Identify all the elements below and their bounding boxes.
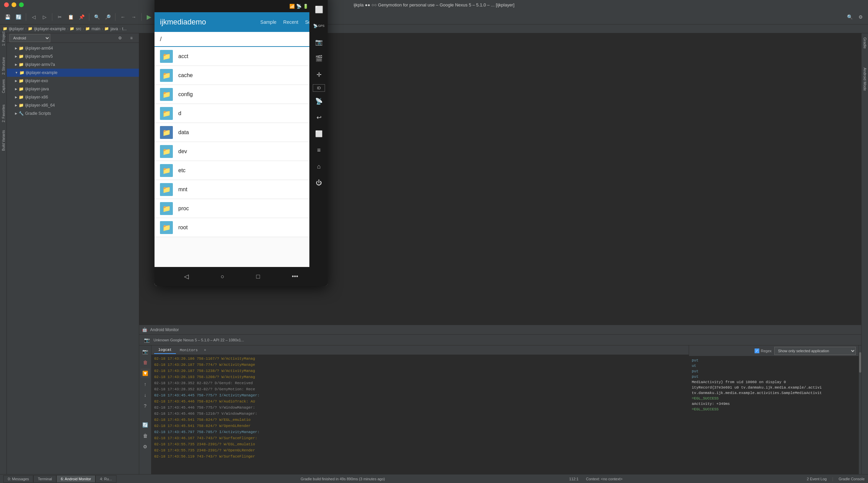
power-icon: ⬜ <box>312 3 326 16</box>
find-replace-button[interactable]: 🔎 <box>103 12 112 22</box>
breadcrumb-item-t[interactable]: t... <box>122 26 126 31</box>
search-button[interactable]: 🔍 <box>92 12 102 22</box>
file-item-dev[interactable]: 📁 dev <box>155 142 328 161</box>
left-panel-toggle[interactable]: 1: Project <box>1 36 6 41</box>
dpad-control[interactable]: ✛ <box>312 68 326 82</box>
favorites-toggle[interactable]: 2: Favorites <box>1 111 6 116</box>
file-item-cache[interactable]: 📁 cache <box>155 66 328 85</box>
show-app-dropdown[interactable]: Show only selected application <box>774 347 856 355</box>
tab-messages[interactable]: 0: Messages <box>3 475 33 483</box>
build-variants-toggle[interactable]: Build Variants <box>1 138 6 143</box>
breadcrumb-item-example[interactable]: ijkplayer-example <box>34 26 66 31</box>
monitor-screenshot-btn[interactable]: 📷 <box>142 335 151 345</box>
trash-icon[interactable]: 🗑 <box>141 431 150 441</box>
settings-button[interactable]: ⚙ <box>856 12 865 22</box>
nav-more-button[interactable]: ••• <box>292 273 298 280</box>
power-btn[interactable]: ⏻ <box>312 176 326 190</box>
log-area: logcat Monitors + 02-18 17:43:20.186 758… <box>151 345 689 474</box>
back-button[interactable]: ← <box>118 12 128 22</box>
id-control[interactable]: ID <box>313 84 325 92</box>
sync-button[interactable]: 🔄 <box>14 12 23 22</box>
run-button[interactable]: ▶ <box>144 12 154 22</box>
folder-icon: 📁 <box>160 88 173 101</box>
tree-item-arm64[interactable]: ▶ 📁 ijkplayer-arm64 <box>7 44 139 52</box>
save-button[interactable]: 💾 <box>3 12 12 22</box>
gradle-panel-toggle[interactable]: Gradle <box>863 35 867 51</box>
breadcrumb-item-main[interactable]: main <box>91 26 100 31</box>
file-item-root[interactable]: 📁 root <box>155 218 328 237</box>
paste-button[interactable]: 📌 <box>77 12 86 22</box>
captures-toggle[interactable]: Captures <box>1 84 6 89</box>
back-control[interactable]: ↩ <box>312 111 326 124</box>
project-settings-button[interactable]: ⚙ <box>115 33 125 43</box>
down-icon[interactable]: ↓ <box>141 390 150 400</box>
regex-checkbox[interactable]: ✓ <box>755 348 759 353</box>
help-icon[interactable]: ? <box>141 401 150 411</box>
global-search-button[interactable]: 🔍 <box>845 12 854 22</box>
up-icon[interactable]: ↑ <box>141 379 150 389</box>
file-item-proc[interactable]: 📁 proc <box>155 199 328 218</box>
nav-back-button[interactable]: ◁ <box>184 273 189 280</box>
undo-button[interactable]: ◁ <box>29 12 38 22</box>
close-button[interactable] <box>4 2 9 7</box>
project-view-selector[interactable]: Android <box>10 34 50 42</box>
redo-button[interactable]: ▷ <box>40 12 49 22</box>
breadcrumb-item-ijkplayer[interactable]: ijkplayer <box>9 26 24 31</box>
project-collapse-button[interactable]: ≡ <box>127 33 136 43</box>
monitor-title: Android Monitor <box>150 327 179 332</box>
camera-control[interactable]: 📷 <box>312 35 326 49</box>
home-btn[interactable]: ⌂ <box>312 160 326 173</box>
tree-item-x86_64[interactable]: ▶ 📁 ijkplayer-x86_64 <box>7 101 139 109</box>
breadcrumb-item-java[interactable]: java <box>110 26 118 31</box>
forward-button[interactable]: → <box>129 12 139 22</box>
tree-item-gradle[interactable]: ▶ 🔧 Gradle Scripts <box>7 109 139 118</box>
tab-run[interactable]: 4: Ru... <box>95 475 116 483</box>
tree-item-x86[interactable]: ▶ 📁 ijkplayer-x86 <box>7 93 139 101</box>
minimize-button[interactable] <box>12 2 16 7</box>
file-item-config[interactable]: 📁 config <box>155 85 328 104</box>
gradle-console-btn[interactable]: Gradle Console <box>839 477 865 481</box>
screenshot-icon[interactable]: 📷 <box>141 347 150 356</box>
tree-item-exo[interactable]: ▶ 📁 ijkplayer-exo <box>7 77 139 85</box>
event-log-btn[interactable]: 2 Event Log <box>807 477 827 481</box>
filter-icon[interactable]: 🔽 <box>141 369 150 378</box>
file-item-acct[interactable]: 📁 acct <box>155 47 328 66</box>
nav-home-button[interactable]: ○ <box>221 273 224 280</box>
scrollbar-thumb[interactable] <box>859 352 861 373</box>
gps-control[interactable]: 📡 GPS <box>312 19 326 33</box>
file-item-d[interactable]: 📁 d <box>155 104 328 123</box>
file-item-data[interactable]: 📁 data <box>155 123 328 142</box>
refresh-icon[interactable]: 🔄 <box>141 420 150 430</box>
file-item-mnt[interactable]: 📁 mnt <box>155 180 328 199</box>
cut-button[interactable]: ✂ <box>55 12 65 22</box>
breadcrumb-item-src[interactable]: src <box>76 26 81 31</box>
tree-item-armv5[interactable]: ▶ 📁 ijkplayer-armv5 <box>7 52 139 60</box>
regex-label: Regex <box>761 349 772 353</box>
log-scrollbar[interactable] <box>858 345 861 474</box>
android-mode-toggle[interactable]: Android Mode <box>863 65 867 94</box>
tab-logcat[interactable]: logcat <box>154 346 176 354</box>
tree-item-example[interactable]: ▼ 📁 ijkplayer-example <box>7 69 139 77</box>
copy-button[interactable]: 📋 <box>66 12 75 22</box>
tab-monitors[interactable]: Monitors <box>176 347 202 354</box>
settings-monitor-icon[interactable]: ⚙ <box>141 442 150 451</box>
nav-sample[interactable]: Sample <box>260 19 276 25</box>
left-panel-icons: 1: Project 2: Structure Captures 2: Favo… <box>0 33 7 474</box>
file-item-etc[interactable]: 📁 etc <box>155 161 328 180</box>
structure-panel-toggle[interactable]: 2: Structure <box>1 63 6 69</box>
home-control[interactable]: ≡ <box>312 143 326 157</box>
tab-terminal[interactable]: Terminal <box>33 475 56 483</box>
tree-item-java[interactable]: ▶ 📁 ijkplayer-java <box>7 85 139 93</box>
maximize-button[interactable] <box>19 2 24 7</box>
multitask-control[interactable]: ⬜ <box>312 127 326 141</box>
file-path-input[interactable]: / <box>155 32 328 47</box>
tab-android-monitor[interactable]: 6: Android Monitor <box>56 475 95 483</box>
nav-recents-button[interactable]: □ <box>256 273 260 280</box>
window-controls[interactable] <box>4 2 24 7</box>
signal-control[interactable]: 📡 <box>312 94 326 108</box>
nav-recent[interactable]: Recent <box>283 19 298 25</box>
tree-item-armv7a[interactable]: ▶ 📁 ijkplayer-armv7a <box>7 60 139 69</box>
video-control[interactable]: 🎬 <box>312 52 326 65</box>
tab-add[interactable]: + <box>202 347 208 354</box>
delete-icon[interactable]: 🗑 <box>141 358 150 367</box>
